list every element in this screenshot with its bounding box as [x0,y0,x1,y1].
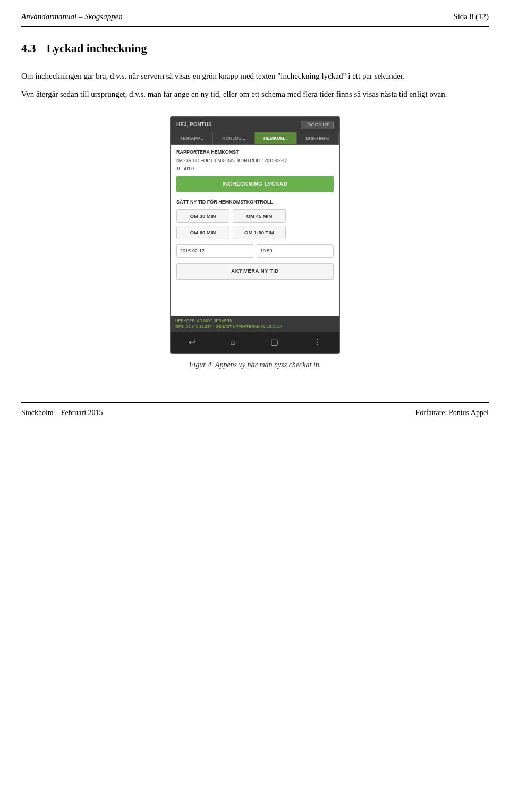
nav-driftinfo[interactable]: DRIFTINFO [297,132,339,145]
figure-caption: Figur 4. Appens vy när man nyss checkat … [189,359,321,370]
date-input[interactable]: 2015-02-12 [176,244,253,258]
section-number: 4.3 [21,39,36,57]
status-bar: UPPKOPPLAD MOT SERVERN. GPS: 59.345 18.0… [171,316,339,332]
section-title-row: 4.3 Lyckad incheckning [21,39,489,63]
document-title: Användarmanual – Skogsappen [21,11,123,23]
status-line-1: UPPKOPPLAD MOT SERVERN. [175,318,335,324]
time-buttons-grid: OM 30 MIN OM 45 MIN OM 60 MIN OM 1:30 TI… [176,209,334,239]
body-paragraph-1: Om incheckningen går bra, d.v.s. när ser… [21,70,489,82]
timestamp-text: 10:50:00 [176,165,334,172]
footer-left: Stockholm – Februari 2015 [21,407,103,418]
success-banner: INCHECKNING LYCKAD [176,176,334,192]
time-btn-60min[interactable]: OM 60 MIN [176,226,230,239]
time-btn-130tim[interactable]: OM 1:30 TIM [233,226,286,239]
time-input[interactable]: 10:50 [257,244,334,258]
square-icon[interactable]: ▢ [270,336,278,349]
section-heading: Lyckad incheckning [47,39,147,57]
menu-icon[interactable]: ⋮ [313,336,321,349]
nav-korjou[interactable]: KÖRJOU... [213,132,255,145]
back-icon[interactable]: ↩ [189,336,196,349]
greeting-text: HEJ, PONTUS [176,121,212,129]
activate-button[interactable]: AKTIVERA NY TID [176,263,334,279]
time-btn-45min[interactable]: OM 45 MIN [233,209,286,223]
phone-nav: TIDRAPP... KÖRJOU... HEMKOM... DRIFTINFO [171,132,339,145]
section-label: RAPPORTERA HEMKOMST [176,149,334,156]
phone-header: HEJ, PONTUS LOGGA UT. [171,117,339,132]
time-btn-30min[interactable]: OM 30 MIN [176,209,230,223]
figure-container: HEJ, PONTUS LOGGA UT. TIDRAPP... KÖRJOU.… [21,116,489,371]
nav-tidrapp[interactable]: TIDRAPP... [171,132,213,145]
inputs-row: 2015-02-12 10:50 [176,244,334,258]
page-footer: Stockholm – Februari 2015 Författare: Po… [21,402,489,418]
nav-hemkom[interactable]: HEMKOM... [255,132,297,145]
next-time-label: NÄSTA TID FÖR HEMKOMSTKONTROLL: 2015-02-… [176,157,334,164]
footer-right: Författare: Pontus Appel [415,407,489,418]
set-time-label: SÄTT NY TID FÖR HEMKOMSTKONTROLL [176,199,334,206]
logout-button[interactable]: LOGGA UT. [301,121,334,129]
body-paragraph-2: Vyn återgår sedan till ursprunget, d.v.s… [21,88,489,100]
phone-mockup: HEJ, PONTUS LOGGA UT. TIDRAPP... KÖRJOU.… [170,116,340,354]
home-icon[interactable]: ⌂ [230,336,235,349]
page-header: Användarmanual – Skogsappen Sida 8 (12) [21,11,489,27]
phone-content: RAPPORTERA HEMKOMST NÄSTA TID FÖR HEMKOM… [171,145,339,315]
status-line-2: GPS: 59.345 18.037 – SENAST UPPDATERAD K… [175,324,335,329]
phone-bottom-nav: ↩ ⌂ ▢ ⋮ [171,332,339,353]
page-number: Sida 8 (12) [453,11,489,23]
